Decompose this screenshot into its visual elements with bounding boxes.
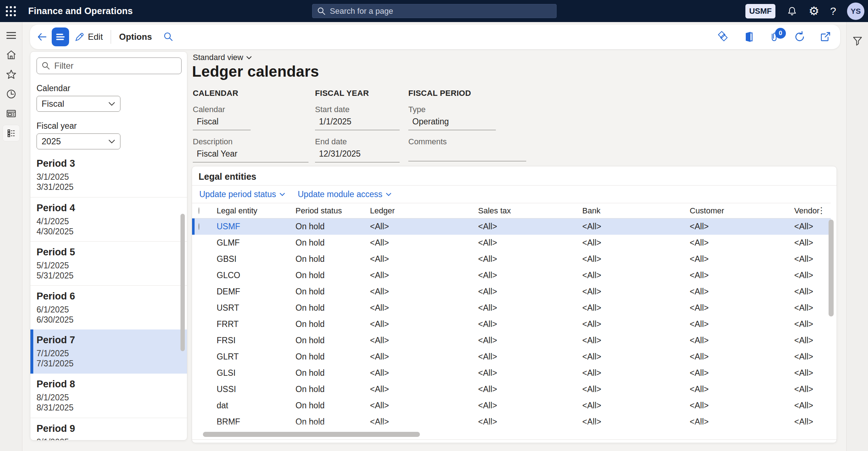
ledger-cell: <All> [370, 368, 478, 378]
column-header-bank[interactable]: Bank [582, 206, 690, 216]
top-navigation-bar: Finance and Operations USMF ⚙ ? YS [0, 0, 868, 22]
update-module-access-button[interactable]: Update module access [298, 190, 392, 199]
column-header-customer[interactable]: Customer [690, 206, 794, 216]
chevron-down-icon [108, 139, 115, 144]
legal-entity-cell[interactable]: USRT [217, 303, 295, 313]
legal-entity-cell[interactable]: USSI [217, 384, 295, 394]
period-list-scrollbar[interactable] [180, 214, 185, 351]
sidebar-item-favorites[interactable] [3, 66, 20, 83]
description-value-field[interactable]: Fiscal Year [193, 148, 309, 162]
filter-input[interactable] [54, 61, 177, 71]
funnel-icon [851, 35, 864, 47]
settings-button[interactable]: ⚙ [809, 0, 820, 22]
column-header-sales-tax[interactable]: Sales tax [478, 206, 582, 216]
table-row[interactable]: USRT On hold <All> <All> <All> <All> <Al… [192, 300, 831, 316]
search-icon [317, 7, 326, 16]
legal-entity-cell[interactable]: BRMF [217, 417, 295, 427]
sidebar-item-home[interactable] [3, 47, 20, 63]
comments-value-field[interactable] [408, 148, 526, 161]
gear-icon: ⚙ [809, 5, 820, 17]
table-row[interactable]: dat On hold <All> <All> <All> <All> <All… [192, 397, 831, 414]
page-search-button[interactable] [163, 31, 174, 43]
refresh-icon [793, 30, 806, 43]
filter-box[interactable] [37, 58, 182, 74]
sales-tax-cell: <All> [478, 368, 582, 378]
company-selector-button[interactable]: USMF [745, 4, 775, 18]
table-row[interactable]: GLMF On hold <All> <All> <All> <All> <Al… [192, 235, 831, 251]
legal-entity-cell[interactable]: GBSI [217, 254, 295, 264]
row-radio[interactable] [199, 223, 199, 230]
legal-entity-cell[interactable]: GLMF [217, 238, 295, 248]
start-date-value-field[interactable]: 1/1/2025 [315, 116, 400, 130]
show-list-button[interactable] [52, 27, 69, 46]
calendar-dropdown[interactable]: Fiscal [37, 96, 120, 112]
fiscal-period-group: FISCAL PERIOD Type Operating Comments [408, 89, 531, 162]
legal-entity-cell[interactable]: dat [217, 401, 295, 410]
fiscal-year-dropdown[interactable]: 2025 [37, 133, 120, 149]
attachments-button[interactable]: 0 [768, 31, 780, 43]
legal-entity-cell[interactable]: GLSI [217, 368, 295, 378]
office-app-button[interactable] [743, 31, 755, 43]
period-list-item[interactable]: Period 3 3/1/20253/31/2025 [30, 153, 187, 197]
horizontal-scrollbar-thumb[interactable] [203, 432, 420, 437]
legal-entity-cell[interactable]: FRRT [217, 319, 295, 329]
column-header-legal-entity[interactable]: Legal entity [217, 206, 295, 216]
select-all-radio[interactable] [199, 207, 199, 214]
table-row[interactable]: GLRT On hold <All> <All> <All> <All> <Al… [192, 349, 831, 365]
star-icon [5, 69, 17, 80]
period-name: Period 7 [37, 335, 181, 346]
help-button[interactable]: ? [830, 0, 836, 22]
refresh-button[interactable] [793, 30, 806, 43]
legal-entity-link[interactable]: USMF [217, 222, 295, 231]
expand-menu-button[interactable] [3, 27, 20, 44]
legal-entity-cell[interactable]: GLCO [217, 271, 295, 280]
period-list-panel: Calendar Fiscal Fiscal year 2025 Period … [30, 51, 187, 441]
period-list-item[interactable]: Period 6 6/1/20256/30/2025 [30, 285, 187, 329]
sidebar-item-recent[interactable] [3, 86, 20, 102]
type-value-field[interactable]: Operating [408, 116, 496, 130]
global-search-input[interactable] [330, 7, 552, 16]
sales-tax-cell: <All> [478, 401, 582, 410]
customer-cell: <All> [690, 384, 794, 394]
table-row[interactable]: BRMF On hold <All> <All> <All> <All> <Al… [192, 414, 831, 430]
period-list-item-selected[interactable]: Period 7 7/1/20257/31/2025 [30, 329, 187, 374]
period-list-item[interactable]: Period 5 5/1/20255/31/2025 [30, 241, 187, 285]
end-date-value-field[interactable]: 12/31/2025 [315, 148, 400, 162]
update-period-status-button[interactable]: Update period status [199, 190, 285, 199]
grid-options-kebab-icon[interactable]: ⋮ [817, 206, 826, 215]
user-avatar[interactable]: YS [847, 3, 864, 20]
legal-entity-cell[interactable]: GLRT [217, 352, 295, 362]
sidebar-item-modules[interactable] [3, 125, 20, 141]
calendar-value-field[interactable]: Fiscal [193, 116, 251, 130]
table-row[interactable]: GBSI On hold <All> <All> <All> <All> <Al… [192, 251, 831, 267]
open-filter-pane-button[interactable] [851, 34, 864, 47]
period-list-item[interactable]: Period 8 8/1/20258/31/2025 [30, 374, 187, 418]
view-selector[interactable]: Standard view [193, 53, 252, 62]
table-row[interactable]: USMF On hold <All> <All> <All> <All> <Al… [192, 218, 831, 235]
bank-cell: <All> [582, 238, 690, 248]
back-button[interactable] [36, 31, 48, 43]
open-in-new-window-button[interactable] [819, 30, 832, 43]
period-list-item[interactable]: Period 4 4/1/20254/30/2025 [30, 197, 187, 241]
legal-entity-cell[interactable]: DEMF [217, 287, 295, 297]
power-apps-button[interactable] [716, 30, 729, 43]
edit-button[interactable]: Edit [74, 31, 103, 42]
table-row[interactable]: DEMF On hold <All> <All> <All> <All> <Al… [192, 284, 831, 300]
table-row[interactable]: FRRT On hold <All> <All> <All> <All> <Al… [192, 316, 831, 332]
table-row[interactable]: USSI On hold <All> <All> <All> <All> <Al… [192, 381, 831, 397]
table-row[interactable]: FRSI On hold <All> <All> <All> <All> <Al… [192, 332, 831, 349]
period-start-date: 8/1/2025 [37, 392, 181, 403]
options-menu-button[interactable]: Options [119, 32, 152, 42]
column-header-ledger[interactable]: Ledger [370, 206, 478, 216]
grid-vertical-scrollbar-thumb[interactable] [829, 220, 834, 316]
sidebar-item-workspaces[interactable] [3, 105, 20, 122]
global-search-box[interactable] [312, 4, 557, 18]
table-row[interactable]: GLSI On hold <All> <All> <All> <All> <Al… [192, 365, 831, 381]
notifications-button[interactable] [786, 0, 798, 22]
period-list-item[interactable]: Period 9 9/1/20259/30/2025 [30, 418, 187, 441]
vendor-cell: <All> [794, 352, 831, 362]
table-row[interactable]: GLCO On hold <All> <All> <All> <All> <Al… [192, 267, 831, 284]
legal-entity-cell[interactable]: FRSI [217, 336, 295, 345]
column-header-period-status[interactable]: Period status [295, 206, 370, 216]
app-launcher-button[interactable] [0, 0, 22, 22]
